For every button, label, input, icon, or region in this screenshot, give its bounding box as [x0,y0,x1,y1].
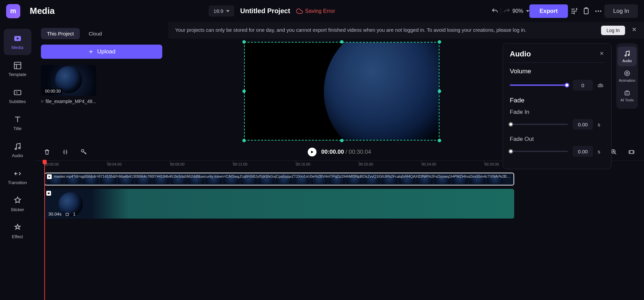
timeline: 00:00.00 00:04.00 00:08.00 00:12.00 00:1… [35,160,644,300]
sidebar-item-subtitles[interactable]: S Subtitles [4,83,31,109]
redo-button[interactable] [501,5,512,17]
prop-tab-label: Animation [619,78,636,82]
play-button[interactable] [308,148,316,156]
main-video-track-clip[interactable]: 30.04s 1 [44,189,514,219]
more-button[interactable] [592,5,604,17]
video-file-icon [41,99,44,104]
tab-this-project[interactable]: This Project [41,28,80,39]
resize-handle[interactable] [340,40,343,44]
fade-out-label: Fade Out [510,136,604,143]
empty-track[interactable] [44,222,635,235]
svg-marker-19 [311,151,313,153]
clip-type-icon [47,174,52,179]
ruler-tick: 00:20.00 [359,162,373,166]
volume-unit: db [598,82,604,88]
redo-icon [503,7,510,15]
sidebar-label: Title [13,126,21,131]
clipboard-button[interactable] [580,5,592,17]
app-logo[interactable]: m [6,4,20,18]
prop-tab-audio[interactable]: Audio [618,47,637,66]
delete-button[interactable] [42,146,52,158]
timecode: 00:00.00 / 00:30.04 [321,149,371,155]
prop-tab-label: AI Tools [621,98,634,102]
sidebar-label: Media [11,45,23,50]
volume-slider[interactable] [510,84,568,86]
resize-handle[interactable] [242,90,246,93]
svg-point-9 [15,148,16,149]
svg-point-15 [626,72,628,74]
sliders-icon [570,7,578,15]
svg-point-12 [625,55,626,56]
svg-point-2 [598,10,599,12]
banner-close-button[interactable] [631,26,637,34]
preview-canvas[interactable] [244,42,439,141]
playhead[interactable] [44,160,45,300]
ruler-tick: 00:04.00 [107,162,122,166]
resize-handle[interactable] [242,139,246,142]
prop-tab-ai-tools[interactable]: AI AI Tools [618,86,637,105]
audio-panel-close[interactable] [599,51,604,57]
banner-login-button[interactable]: Log In [601,26,625,35]
fade-out-input[interactable] [573,146,593,157]
video-clip-selected[interactable]: master.mp4?di=sg656&dr=8714105&f=66a4b41… [44,173,514,185]
ai-icon: AI [623,89,631,97]
undo-button[interactable] [489,5,501,17]
sidebar-label: Sticker [11,207,24,212]
preview-area [168,39,515,144]
volume-input[interactable] [573,80,593,91]
upload-button[interactable]: Upload [41,45,162,59]
sidebar-item-media[interactable]: Media [4,29,31,55]
aspect-ratio-value: 16:9 [213,8,223,14]
media-icon [13,34,22,43]
export-button[interactable]: Export [529,4,568,18]
plus-icon [88,49,94,55]
media-clip-name: file_example_MP4_48... [41,99,96,104]
fit-timeline[interactable] [626,146,637,158]
fade-in-input[interactable] [573,119,593,130]
tab-cloud[interactable]: Cloud [82,28,108,39]
fade-in-slider[interactable] [510,124,568,125]
chevron-down-icon [526,10,529,12]
fade-out-slider[interactable] [510,151,568,152]
prop-tab-animation[interactable]: Animation [618,66,637,86]
project-title[interactable]: Untitled Project [240,7,290,15]
sidebar-item-effect[interactable]: Effect [4,218,31,244]
sidebar-item-title[interactable]: Title [4,110,31,136]
title-icon [13,115,22,124]
ruler-tick: 00:08.00 [170,162,185,166]
close-icon [631,26,637,32]
resize-handle[interactable] [438,40,441,44]
panel-title: Media [30,6,55,16]
media-clip[interactable]: 00:00:30 file_example_MP4_48... [41,65,96,104]
svg-point-10 [19,147,20,149]
zoom-value: 90% [512,8,523,14]
resize-handle[interactable] [438,90,441,93]
svg-point-1 [595,10,597,12]
play-icon [310,150,314,154]
music-icon [623,50,631,57]
banner-text: Your projects can only be stored for one… [175,27,594,33]
saving-status-text: Saving Error [305,8,335,14]
sidebar-item-template[interactable]: Template [4,56,31,82]
sidebar-item-audio[interactable]: Audio [4,137,31,163]
resize-handle[interactable] [242,40,246,44]
audio-properties-panel: Audio Volume db Fade Fade In s Fade Out … [503,43,612,169]
animation-icon [623,70,631,77]
crop-button[interactable] [78,146,90,158]
upload-label: Upload [97,48,116,55]
sidebar-item-transition[interactable]: Transition [4,164,31,190]
sidebar-label: Template [8,72,26,77]
settings-button[interactable] [568,5,580,17]
ruler-tick: 00:12.00 [233,162,247,166]
sidebar-item-sticker[interactable]: Sticker [4,191,31,217]
prop-tab-label: Audio [622,59,632,63]
zoom-dropdown[interactable]: 90% [512,8,529,14]
split-button[interactable] [60,146,71,158]
sticker-icon [13,196,22,205]
resize-handle[interactable] [438,139,441,142]
login-button[interactable]: Log In [604,4,638,18]
right-properties-rail: Audio Animation AI AI Tools [616,43,638,109]
media-panel: This Project Cloud Upload 00:00:30 file_… [35,22,168,163]
resize-handle[interactable] [340,139,343,142]
aspect-ratio-dropdown[interactable]: 16:9 [209,5,234,17]
